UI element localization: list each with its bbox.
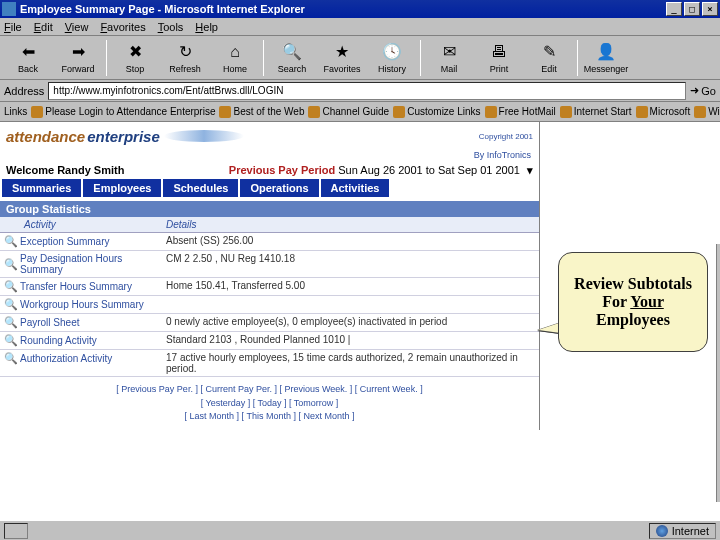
refresh-icon: ↻ bbox=[175, 42, 195, 62]
search-button[interactable]: 🔍Search bbox=[268, 38, 316, 78]
magnify-icon[interactable]: 🔍 bbox=[4, 235, 16, 248]
refresh-button[interactable]: ↻Refresh bbox=[161, 38, 209, 78]
details-cell: CM 2 2.50 , NU Reg 1410.18 bbox=[160, 251, 539, 266]
links-bar: Links Please Login to Attendance Enterpr… bbox=[0, 102, 720, 122]
details-cell: 17 active hourly employees, 15 time card… bbox=[160, 350, 539, 376]
table-row: 🔍Authorization Activity17 active hourly … bbox=[0, 350, 539, 377]
link-icon bbox=[308, 106, 320, 118]
tab-activities[interactable]: Activities bbox=[321, 179, 390, 197]
messenger-icon: 👤 bbox=[596, 42, 616, 62]
status-bar: Internet bbox=[0, 520, 720, 540]
menu-help[interactable]: Help bbox=[195, 21, 218, 33]
col-activity: Activity bbox=[0, 217, 160, 232]
home-button[interactable]: ⌂Home bbox=[211, 38, 259, 78]
magnify-icon[interactable]: 🔍 bbox=[4, 298, 16, 311]
print-icon: 🖶 bbox=[489, 42, 509, 62]
nav-tabs: Summaries Employees Schedules Operations… bbox=[0, 179, 539, 197]
window-title: Employee Summary Page - Microsoft Intern… bbox=[20, 3, 666, 15]
go-button[interactable]: ➜Go bbox=[690, 84, 716, 97]
link-icon bbox=[219, 106, 231, 118]
shortcut-row[interactable]: [ Previous Pay Per. ] [ Current Pay Per.… bbox=[6, 383, 533, 397]
stop-button[interactable]: ✖Stop bbox=[111, 38, 159, 78]
magnify-icon[interactable]: 🔍 bbox=[4, 280, 16, 293]
link-item[interactable]: Channel Guide bbox=[308, 106, 389, 118]
content-area: attendance enterprise Copyright 2001 By … bbox=[0, 122, 720, 522]
activity-link[interactable]: Transfer Hours Summary bbox=[20, 281, 132, 292]
table-row: 🔍Payroll Sheet0 newly active employee(s)… bbox=[0, 314, 539, 332]
forward-icon: ➡ bbox=[68, 42, 88, 62]
table-row: 🔍Transfer Hours SummaryHome 150.41, Tran… bbox=[0, 278, 539, 296]
shortcut-row[interactable]: [ Last Month ] [ This Month ] [ Next Mon… bbox=[6, 410, 533, 424]
brand-swoosh bbox=[164, 130, 244, 142]
security-zone: Internet bbox=[649, 523, 716, 539]
history-button[interactable]: 🕓History bbox=[368, 38, 416, 78]
print-button[interactable]: 🖶Print bbox=[475, 38, 523, 78]
maximize-button[interactable]: □ bbox=[684, 2, 700, 16]
history-icon: 🕓 bbox=[382, 42, 402, 62]
stop-icon: ✖ bbox=[125, 42, 145, 62]
go-icon: ➜ bbox=[690, 84, 699, 97]
link-item[interactable]: Free HotMail bbox=[485, 106, 556, 118]
details-cell: Home 150.41, Transferred 5.00 bbox=[160, 278, 539, 293]
status-icon bbox=[4, 523, 28, 539]
forward-button[interactable]: ➡Forward bbox=[54, 38, 102, 78]
minimize-button[interactable]: _ bbox=[666, 2, 682, 16]
toolbar: ⬅Back ➡Forward ✖Stop ↻Refresh ⌂Home 🔍Sea… bbox=[0, 36, 720, 80]
link-item[interactable]: Best of the Web bbox=[219, 106, 304, 118]
brand-part2: enterprise bbox=[87, 128, 160, 145]
link-item[interactable]: Microsoft bbox=[636, 106, 691, 118]
activity-link[interactable]: Authorization Activity bbox=[20, 353, 112, 364]
menu-edit[interactable]: Edit bbox=[34, 21, 53, 33]
back-button[interactable]: ⬅Back bbox=[4, 38, 52, 78]
shortcut-row[interactable]: [ Yesterday ] [ Today ] [ Tomorrow ] bbox=[6, 397, 533, 411]
close-button[interactable]: × bbox=[702, 2, 718, 16]
pay-period: Previous Pay Period Sun Aug 26 2001 to S… bbox=[229, 164, 533, 177]
menu-file[interactable]: File bbox=[4, 21, 22, 33]
table-header: Activity Details bbox=[0, 217, 539, 233]
favorites-icon: ★ bbox=[332, 42, 352, 62]
tab-summaries[interactable]: Summaries bbox=[2, 179, 81, 197]
link-item[interactable]: Please Login to Attendance Enterprise bbox=[31, 106, 215, 118]
address-label: Address bbox=[4, 85, 44, 97]
messenger-button[interactable]: 👤Messenger bbox=[582, 38, 630, 78]
magnify-icon[interactable]: 🔍 bbox=[4, 352, 16, 365]
link-item[interactable]: Internet Start bbox=[560, 106, 632, 118]
magnify-icon[interactable]: 🔍 bbox=[4, 334, 16, 347]
activity-link[interactable]: Workgroup Hours Summary bbox=[20, 299, 144, 310]
col-details: Details bbox=[160, 217, 539, 232]
menu-favorites[interactable]: Favorites bbox=[100, 21, 145, 33]
menu-bar: File Edit View Favorites Tools Help bbox=[0, 18, 720, 36]
back-icon: ⬅ bbox=[18, 42, 38, 62]
table-row: 🔍Rounding ActivityStandard 2103 , Rounde… bbox=[0, 332, 539, 350]
address-input[interactable]: http://www.myinfotronics.com/Ent/attBrws… bbox=[48, 82, 686, 100]
byline: By InfoTronics bbox=[0, 150, 539, 162]
link-icon bbox=[560, 106, 572, 118]
favorites-button[interactable]: ★Favorites bbox=[318, 38, 366, 78]
edit-icon: ✎ bbox=[539, 42, 559, 62]
tab-operations[interactable]: Operations bbox=[240, 179, 318, 197]
menu-view[interactable]: View bbox=[65, 21, 89, 33]
mail-icon: ✉ bbox=[439, 42, 459, 62]
globe-icon bbox=[656, 525, 668, 537]
activity-link[interactable]: Rounding Activity bbox=[20, 335, 97, 346]
magnify-icon[interactable]: 🔍 bbox=[4, 258, 16, 271]
home-icon: ⌂ bbox=[225, 42, 245, 62]
welcome-text: Welcome Randy Smith bbox=[6, 164, 124, 177]
edit-button[interactable]: ✎Edit bbox=[525, 38, 573, 78]
tab-employees[interactable]: Employees bbox=[83, 179, 161, 197]
menu-tools[interactable]: Tools bbox=[158, 21, 184, 33]
window-titlebar: Employee Summary Page - Microsoft Intern… bbox=[0, 0, 720, 18]
link-item[interactable]: Customize Links bbox=[393, 106, 480, 118]
tab-schedules[interactable]: Schedules bbox=[163, 179, 238, 197]
link-icon bbox=[636, 106, 648, 118]
mail-button[interactable]: ✉Mail bbox=[425, 38, 473, 78]
activity-link[interactable]: Exception Summary bbox=[20, 236, 109, 247]
scrollbar-stub[interactable] bbox=[716, 244, 720, 502]
activity-link[interactable]: Payroll Sheet bbox=[20, 317, 79, 328]
details-cell: 0 newly active employee(s), 0 employee(s… bbox=[160, 314, 539, 329]
chevron-down-icon[interactable]: ▾ bbox=[527, 164, 533, 176]
link-icon bbox=[393, 106, 405, 118]
magnify-icon[interactable]: 🔍 bbox=[4, 316, 16, 329]
link-item[interactable]: Windows Media bbox=[694, 106, 720, 118]
activity-link[interactable]: Pay Designation Hours Summary bbox=[20, 253, 154, 275]
